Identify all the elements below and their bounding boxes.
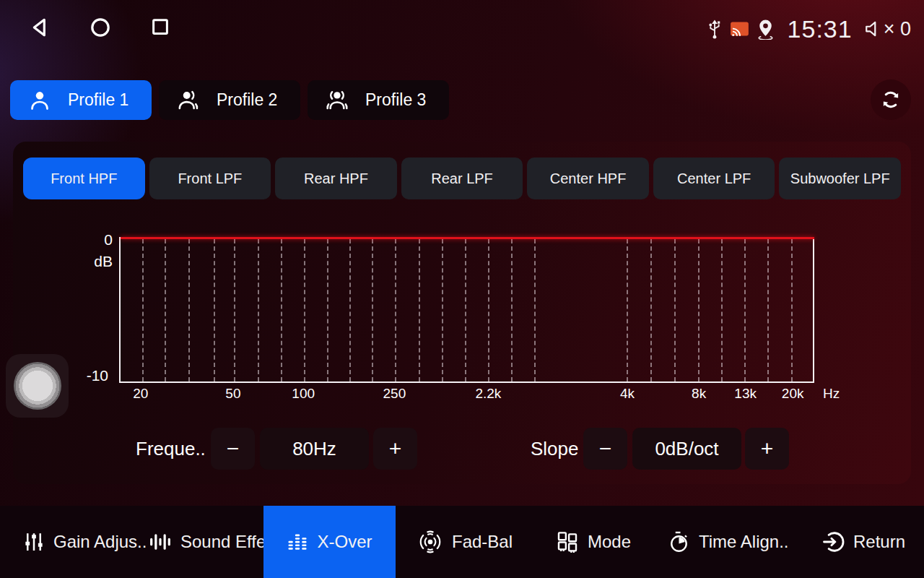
grid-squares-icon [556, 530, 579, 553]
stopwatch-icon [668, 530, 690, 554]
grid-squares-icon [556, 530, 579, 553]
sync-icon [879, 88, 902, 111]
return-icon [821, 530, 845, 553]
gridline [281, 239, 282, 381]
filter-tab-rear-hpf[interactable]: Rear HPF [275, 158, 397, 199]
reset-button[interactable] [871, 79, 911, 120]
gridline [698, 239, 699, 381]
gridline [327, 239, 328, 381]
gridline [442, 239, 443, 381]
slope-decrease-button[interactable]: − [583, 428, 627, 470]
filter-tab-rear-lpf[interactable]: Rear LPF [401, 158, 523, 199]
nav-item-label: Gain Adjus.. [53, 532, 147, 552]
location-icon [757, 19, 775, 40]
gridline [650, 239, 652, 381]
nav-item-label: Time Align.. [699, 532, 789, 552]
nav-item-time-align[interactable]: Time Align.. [655, 506, 802, 578]
gridline [465, 239, 466, 381]
bottom-navigation: Gain Adjus..Sound Effe..X-OverFad-BalMod… [0, 506, 924, 578]
home-button[interactable] [89, 16, 113, 40]
equalizer-icon [287, 531, 308, 553]
filter-tab-center-lpf[interactable]: Center LPF [653, 158, 775, 199]
recents-button[interactable] [149, 16, 174, 40]
slope-increase-button[interactable]: + [745, 428, 789, 470]
nav-item-return[interactable]: Return [808, 506, 918, 578]
frequency-decrease-button[interactable]: − [211, 428, 255, 470]
surround-icon [417, 529, 443, 555]
waveform-icon [149, 531, 172, 553]
profile-tab-1[interactable]: Profile 1 [10, 80, 152, 120]
profile-tab-label: Profile 1 [68, 90, 128, 110]
x-tick-label: 20k [782, 386, 804, 402]
return-icon [821, 530, 845, 553]
user-icon [27, 88, 52, 113]
x-tick-label: 250 [383, 386, 406, 402]
location-icon [757, 19, 775, 40]
gridline [488, 239, 489, 381]
gridline [214, 239, 215, 381]
waveform-icon [149, 531, 172, 553]
gridline [142, 239, 144, 381]
gridline [674, 239, 676, 381]
nav-item-x-over[interactable]: X-Over [263, 506, 396, 578]
status-bar: 15:31 × 0 [0, 0, 924, 56]
volume-mute-label: × 0 [884, 18, 911, 40]
knob-icon [14, 362, 61, 410]
slope-label: Slope [531, 428, 579, 470]
volume-muted-icon [864, 19, 881, 39]
nav-item-label: Fad-Bal [452, 532, 513, 552]
filter-tabs: Front HPFFront LPFRear HPFRear LPFCenter… [23, 158, 901, 199]
volume-muted-icon [864, 19, 881, 39]
gridline [165, 239, 166, 381]
gridline [627, 239, 628, 381]
filter-tab-center-hpf[interactable]: Center HPF [527, 158, 649, 199]
nav-item-mode[interactable]: Mode [543, 506, 644, 578]
gridline [721, 239, 723, 381]
nav-item-label: X-Over [317, 532, 372, 552]
filter-tab-subwoofer-lpf[interactable]: Subwoofer LPF [779, 158, 901, 199]
clock: 15:31 [788, 15, 853, 43]
gridline [767, 239, 769, 381]
nav-item-label: Return [853, 532, 905, 552]
frequency-label: Freque.. [136, 428, 206, 470]
gridline [511, 239, 513, 381]
cast-icon [730, 21, 749, 38]
profile-tab-label: Profile 3 [365, 90, 426, 110]
gridline [419, 239, 420, 381]
stopwatch-icon [668, 530, 690, 554]
sync-icon [879, 88, 902, 111]
usb-icon [707, 18, 723, 40]
filter-tab-front-hpf[interactable]: Front HPF [23, 158, 145, 199]
mixer-icon [23, 531, 45, 553]
home-icon [89, 16, 112, 39]
profile-tab-label: Profile 2 [217, 90, 277, 110]
y-axis-max-label: 0 [81, 231, 113, 249]
x-tick-label: 13k [734, 386, 757, 402]
gridline [395, 239, 396, 381]
gridline [791, 239, 793, 381]
rotary-knob-button[interactable] [6, 354, 69, 418]
gridline [258, 239, 259, 381]
back-button[interactable] [29, 16, 53, 40]
slope-value: 0dB/oct [632, 428, 741, 470]
y-axis-unit-label: dB [81, 253, 113, 270]
x-tick-label: 20 [133, 386, 148, 402]
nav-item-label: Mode [588, 532, 631, 552]
status-tray: 15:31 × 0 [707, 10, 911, 48]
frequency-increase-button[interactable]: + [373, 428, 417, 470]
x-tick-label: 100 [292, 386, 315, 402]
profile-tab-2[interactable]: Profile 2 [159, 80, 300, 120]
x-tick-label: 2.2k [475, 386, 501, 402]
nav-item-label: Sound Effe.. [180, 532, 276, 552]
filter-tab-front-lpf[interactable]: Front LPF [149, 158, 271, 199]
x-tick-label: 4k [620, 386, 635, 402]
back-icon [29, 16, 52, 39]
profile-tab-3[interactable]: Profile 3 [308, 80, 449, 120]
x-tick-label: 8k [692, 386, 706, 402]
nav-item-fad-bal[interactable]: Fad-Bal [404, 506, 526, 578]
frequency-response-plot[interactable] [119, 237, 814, 383]
frequency-value: 80Hz [260, 428, 369, 470]
gridline [234, 239, 235, 381]
x-axis-unit-label: Hz [823, 386, 840, 402]
gridline [188, 239, 190, 381]
